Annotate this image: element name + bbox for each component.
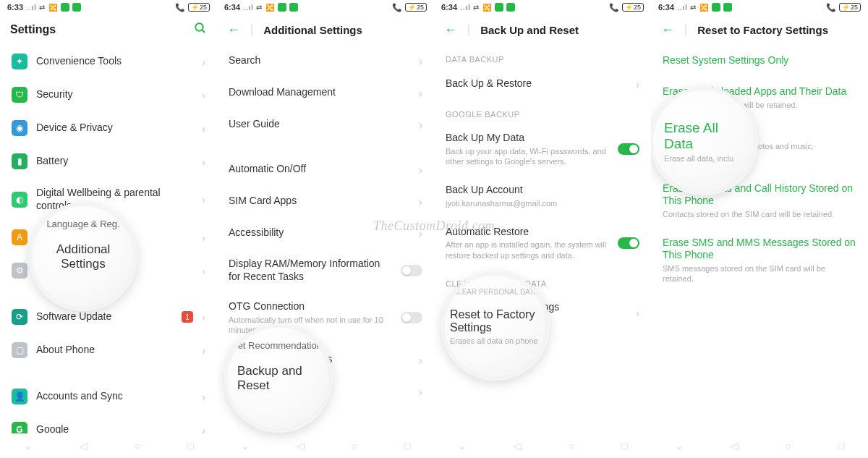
nav-home-icon[interactable]: ○	[786, 440, 791, 451]
page-title: Additional Settings	[263, 24, 362, 36]
row-device-privacy[interactable]: ◉ Device & Privacy ›	[0, 111, 217, 145]
screen-additional-settings: 6:34 ..ıl ⇄ 🔀 📞 ⚡25 ← | Additional Setti…	[217, 0, 434, 458]
row-accounts-sync[interactable]: 👤 Accounts and Sync ›	[0, 380, 217, 413]
status-bar: 6:33 ..ıl ⇄ 🔀 📞 ⚡25	[0, 0, 217, 14]
chevron-right-icon: ›	[419, 354, 422, 366]
page-title: Settings	[10, 23, 56, 36]
nav-home-icon[interactable]: ○	[569, 440, 574, 451]
svg-point-0	[195, 23, 203, 31]
magnifier-backup-reset: Get Recommendations Backup and Reset	[224, 324, 333, 433]
chevron-right-icon: ›	[419, 227, 422, 239]
nav-back-icon[interactable]: ◁	[514, 440, 522, 451]
toggle-backup-data[interactable]	[618, 143, 639, 155]
header: Settings	[0, 14, 217, 45]
chevron-right-icon: ›	[419, 119, 422, 131]
update-badge: 1	[182, 311, 193, 323]
row-backup-my-data[interactable]: Back Up My Data Back up your app data, W…	[434, 123, 651, 175]
section-google-backup: GOOGLE BACKUP	[434, 100, 651, 123]
row-about-phone[interactable]: ▢ About Phone ›	[0, 334, 217, 367]
status-time: 6:33	[7, 3, 23, 12]
back-arrow-icon[interactable]: ←	[444, 22, 457, 38]
chevron-right-icon: ›	[202, 89, 205, 101]
screen-settings: 6:33 ..ıl ⇄ 🔀 📞 ⚡25 Settings ✦ Convenien…	[0, 0, 217, 458]
row-convenience-tools[interactable]: ✦ Convenience Tools ›	[0, 45, 217, 78]
chevron-right-icon: ›	[636, 307, 639, 319]
nav-back-icon[interactable]: ◁	[80, 440, 88, 451]
chevron-right-icon: ›	[419, 386, 422, 398]
nav-recent-icon[interactable]: □	[621, 440, 627, 451]
chevron-right-icon: ›	[202, 424, 205, 434]
row-backup-restore[interactable]: Back Up & Restore ›	[434, 68, 651, 100]
shield-icon: 🛡	[12, 87, 27, 103]
row-ram-display[interactable]: Display RAM/Memory Information for Recen…	[217, 249, 434, 292]
battery-icon: ⚡25	[188, 3, 210, 12]
nav-recent-icon[interactable]: □	[838, 440, 844, 451]
row-automatic-restore[interactable]: Automatic Restore After an app is instal…	[434, 217, 651, 269]
nav-back-icon[interactable]: ◁	[297, 440, 305, 451]
nav-chevron-down-icon[interactable]: ⌄	[24, 440, 33, 451]
header: ← | Reset to Factory Settings	[651, 14, 868, 45]
row-google[interactable]: G Google ›	[0, 413, 217, 433]
nav-home-icon[interactable]: ○	[135, 440, 140, 451]
row-security[interactable]: 🛡 Security ›	[0, 78, 217, 111]
row-battery[interactable]: ▮ Battery ›	[0, 145, 217, 178]
toggle-otg[interactable]	[401, 312, 422, 323]
row-auto-onoff[interactable]: Automatic On/Off ›	[217, 153, 434, 185]
nav-bar: ⌄ ◁ ○ □	[651, 433, 868, 458]
nav-bar: ⌄ ◁ ○ □	[434, 433, 651, 458]
nav-bar: ⌄ ◁ ○ □	[217, 433, 434, 458]
battery-icon: ⚡25	[405, 3, 427, 12]
header: ← | Back Up and Reset	[434, 14, 651, 45]
chevron-right-icon: ›	[202, 156, 205, 168]
privacy-icon: ◉	[12, 120, 27, 136]
row-sim-card-apps[interactable]: SIM Card Apps ›	[217, 185, 434, 217]
chevron-right-icon: ›	[202, 265, 205, 277]
chevron-right-icon: ›	[202, 56, 205, 68]
magnifier-erase-all: Erase All Data Erase all data, inclu	[651, 87, 758, 195]
chevron-right-icon: ›	[636, 78, 639, 90]
update-icon: ⟳	[12, 309, 27, 325]
svg-line-1	[202, 30, 205, 33]
search-icon[interactable]	[194, 22, 207, 38]
status-bar: 6:34 ..ıl ⇄ 🔀 📞 ⚡25	[217, 0, 434, 14]
magnifier-factory-reset: CLEAR PERSONAL DATA Reset to Factory Set…	[441, 272, 550, 381]
nav-chevron-down-icon[interactable]: ⌄	[458, 440, 467, 451]
row-download-management[interactable]: Download Management ›	[217, 77, 434, 109]
nav-chevron-down-icon[interactable]: ⌄	[241, 440, 250, 451]
status-time: 6:34	[658, 3, 674, 12]
row-erase-sms[interactable]: Erase SMS and MMS Messages Stored on Thi…	[651, 228, 868, 293]
status-time: 6:34	[224, 3, 240, 12]
status-bar: 6:34 ..ıl ⇄ 🔀 📞 ⚡25	[434, 0, 651, 14]
toggle-ram[interactable]	[401, 265, 422, 276]
nav-back-icon[interactable]: ◁	[731, 440, 739, 451]
row-accessibility[interactable]: Accessibility ›	[217, 217, 434, 249]
nav-recent-icon[interactable]: □	[187, 440, 193, 451]
language-icon: A	[12, 229, 27, 245]
row-software-update[interactable]: ⟳ Software Update 1 ›	[0, 300, 217, 334]
nav-home-icon[interactable]: ○	[352, 440, 357, 451]
toggle-auto-restore[interactable]	[618, 237, 639, 249]
row-backup-account[interactable]: Back Up Account jyoti.karunasharma@gmail…	[434, 175, 651, 217]
chevron-right-icon: ›	[202, 122, 205, 135]
google-icon: G	[12, 422, 27, 433]
row-reset-system-only[interactable]: Reset System Settings Only	[651, 45, 868, 77]
chevron-right-icon: ›	[202, 391, 205, 403]
page-title: Back Up and Reset	[480, 24, 579, 36]
chevron-right-icon: ›	[419, 55, 422, 67]
status-bar: 6:34 ..ıl ⇄ 🔀 📞 ⚡25	[651, 0, 868, 14]
nav-chevron-down-icon[interactable]: ⌄	[675, 440, 684, 451]
chevron-right-icon: ›	[202, 232, 205, 244]
settings-icon: ⚙	[12, 263, 27, 279]
page-title: Reset to Factory Settings	[697, 24, 828, 36]
back-arrow-icon[interactable]: ←	[227, 22, 240, 38]
back-arrow-icon[interactable]: ←	[661, 22, 674, 38]
chevron-right-icon: ›	[419, 164, 422, 176]
battery-icon: ▮	[12, 153, 27, 169]
nav-recent-icon[interactable]: □	[404, 440, 410, 451]
chevron-right-icon: ›	[202, 344, 205, 357]
status-time: 6:34	[441, 3, 457, 12]
row-user-guide[interactable]: User Guide ›	[217, 109, 434, 140]
row-search[interactable]: Search ›	[217, 45, 434, 77]
section-data-backup: DATA BACKUP	[434, 45, 651, 68]
wellbeing-icon: ◐	[12, 192, 27, 208]
